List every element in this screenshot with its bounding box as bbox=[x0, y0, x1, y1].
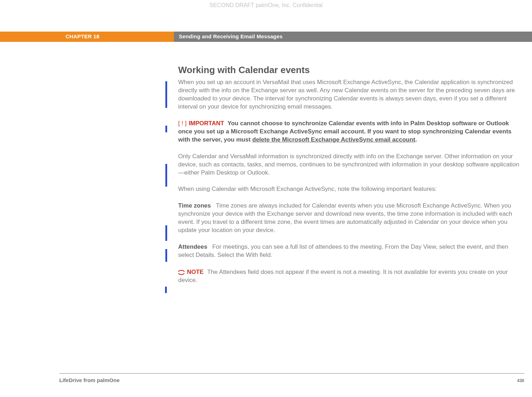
timezones-body: Time zones are always included for Calen… bbox=[178, 202, 512, 233]
main-content: Working with Calendar events When you se… bbox=[178, 64, 522, 293]
note-icon bbox=[178, 268, 185, 276]
footer-left: LifeDrive from palmOne bbox=[59, 377, 120, 384]
chapter-header-left: CHAPTER 18 bbox=[0, 32, 174, 42]
section-header-bar: Sending and Receiving Email Messages bbox=[174, 32, 532, 42]
page-number: 430 bbox=[517, 378, 524, 384]
intro-paragraph: When you set up an account in VersaMail … bbox=[178, 78, 522, 111]
note-label: NOTE bbox=[187, 269, 204, 275]
watermark: SECOND DRAFT palmOne, Inc. Confidential bbox=[0, 1, 532, 9]
change-bar bbox=[165, 287, 167, 293]
change-bar bbox=[165, 225, 167, 241]
change-bar bbox=[165, 164, 167, 187]
footer-rule bbox=[59, 373, 525, 374]
change-bar bbox=[165, 81, 167, 108]
sync-scope-paragraph: Only Calendar and VersaMail information … bbox=[178, 153, 522, 177]
note-block: NOTEThe Attendees field does not appear … bbox=[178, 268, 522, 285]
important-text-suffix: . bbox=[415, 136, 417, 143]
attendees-label: Attendees bbox=[178, 243, 207, 250]
timezones-label: Time zones bbox=[178, 202, 211, 209]
important-link[interactable]: delete the Microsoft Exchange ActiveSync… bbox=[252, 136, 415, 143]
note-body: The Attendees field does not appear if t… bbox=[178, 269, 508, 284]
change-bar bbox=[165, 126, 167, 132]
attendees-block: AttendeesFor meetings, you can see a ful… bbox=[178, 243, 522, 259]
page-heading: Working with Calendar events bbox=[178, 64, 522, 76]
chapter-label: CHAPTER 18 bbox=[66, 33, 99, 40]
important-block: [ ! ]IMPORTANT You cannot choose to sync… bbox=[178, 120, 522, 144]
attendees-body: For meetings, you can see a full list of… bbox=[178, 243, 508, 258]
important-badge: [ ! ] bbox=[178, 120, 187, 127]
timezones-block: Time zonesTime zones are always included… bbox=[178, 202, 522, 235]
chapter-bar: CHAPTER 18 bbox=[0, 32, 174, 42]
section-title: Sending and Receiving Email Messages bbox=[179, 33, 283, 40]
features-lead: When using Calendar with Microsoft Excha… bbox=[178, 185, 522, 193]
important-label: IMPORTANT bbox=[189, 120, 224, 127]
change-bar bbox=[165, 249, 167, 262]
